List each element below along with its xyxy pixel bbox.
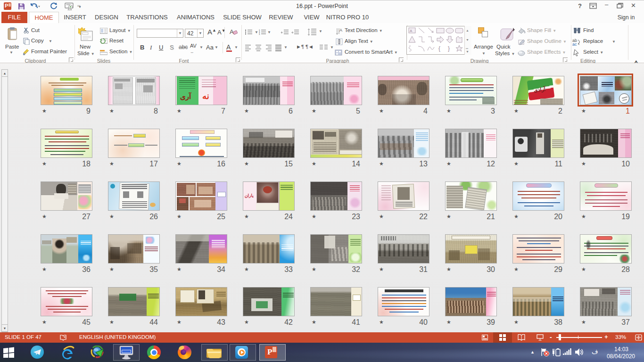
- svg-text:{: {: [438, 45, 440, 52]
- svg-text:1: 1: [259, 33, 260, 35]
- svg-text:A: A: [410, 29, 413, 33]
- svg-text:A: A: [339, 28, 342, 33]
- svg-text:}: }: [448, 45, 450, 52]
- svg-text:ac: ac: [572, 42, 577, 46]
